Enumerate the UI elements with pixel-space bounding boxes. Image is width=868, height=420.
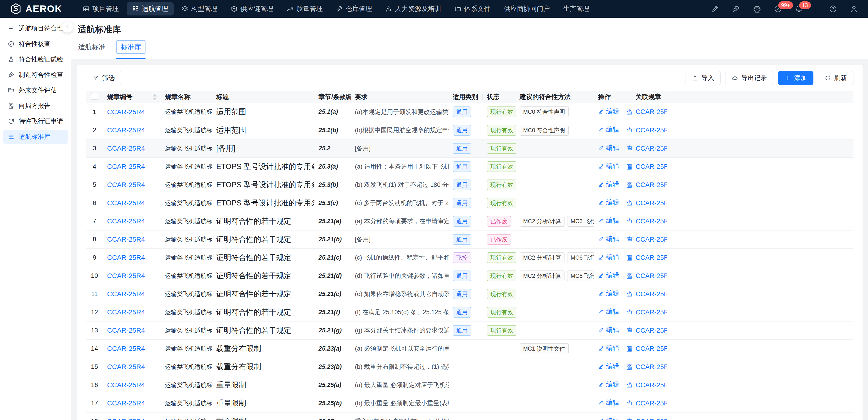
edit-link[interactable]: 编辑 — [598, 416, 619, 420]
related-regulation-link[interactable]: CCAR-25R4 — [636, 163, 667, 170]
view-link[interactable]: 查看 — [626, 399, 631, 408]
related-regulation-link[interactable]: CCAR-25R4 — [636, 290, 667, 298]
sidebar-item-4[interactable]: 外来文件评估 — [3, 83, 68, 97]
view-link[interactable]: 查看 — [626, 163, 631, 172]
help-icon[interactable] — [829, 5, 837, 13]
sort-icons[interactable] — [153, 94, 157, 100]
edit-link[interactable]: 编辑 — [598, 125, 619, 134]
edit-link[interactable]: 编辑 — [598, 307, 619, 316]
nav-item-5[interactable]: 仓库管理 — [331, 2, 378, 16]
nav-item-3[interactable]: 供应链管理 — [225, 2, 279, 16]
view-link[interactable]: 查看 — [626, 417, 631, 420]
regulation-number-link[interactable]: CCAR-25R4 — [107, 108, 145, 116]
view-link[interactable]: 查看 — [626, 180, 631, 190]
edit-link[interactable]: 编辑 — [598, 289, 619, 298]
regulation-number-link[interactable]: CCAR-25R4 — [107, 399, 145, 407]
edit-link[interactable]: 编辑 — [598, 107, 619, 116]
view-link[interactable]: 查看 — [626, 326, 631, 335]
view-link[interactable]: 查看 — [626, 217, 631, 226]
tab-standard-library[interactable]: 标准库 — [116, 40, 146, 54]
view-link[interactable]: 查看 — [626, 381, 631, 390]
nav-item-7[interactable]: 体系文件 — [449, 2, 496, 16]
view-link[interactable]: 查看 — [626, 272, 631, 281]
edit-link[interactable]: 编辑 — [598, 198, 619, 207]
nav-item-6[interactable]: 人力资源及培训 — [380, 2, 447, 16]
regulation-number-link[interactable]: CCAR-25R4 — [107, 381, 145, 389]
sidebar-item-1[interactable]: 符合性核查 — [3, 37, 68, 51]
related-regulation-link[interactable]: CCAR-25R4 — [636, 254, 667, 261]
refresh-button[interactable]: 刷新 — [818, 71, 854, 85]
edit-link[interactable]: 编辑 — [598, 398, 619, 407]
view-link[interactable]: 查看 — [626, 344, 631, 354]
marker-pen-icon[interactable] — [711, 5, 719, 13]
related-regulation-link[interactable]: CCAR-25R4 — [636, 181, 667, 188]
sidebar-item-3[interactable]: 制造符合性检查 — [3, 68, 68, 82]
sidebar-collapse-button[interactable] — [61, 21, 73, 33]
regulation-number-link[interactable]: CCAR-25R4 — [107, 254, 145, 261]
related-regulation-link[interactable]: CCAR-25R4 — [636, 345, 667, 352]
regulation-number-link[interactable]: CCAR-25R4 — [107, 308, 145, 316]
sidebar-item-2[interactable]: 符合性验证试验 — [3, 52, 68, 66]
view-link[interactable]: 查看 — [626, 290, 631, 299]
related-regulation-link[interactable]: CCAR-25R4 — [636, 236, 667, 243]
sidebar-item-5[interactable]: 向局方报告 — [3, 99, 68, 113]
sidebar-item-6[interactable]: 特许飞行证申请 — [3, 114, 68, 128]
edit-link[interactable]: 编辑 — [598, 216, 619, 225]
view-link[interactable]: 查看 — [626, 199, 631, 208]
settings-gear-icon[interactable] — [753, 5, 761, 13]
related-regulation-link[interactable]: CCAR-25R4 — [636, 218, 667, 225]
sidebar-item-0[interactable]: 适航项目符合性矩阵 — [3, 21, 68, 35]
edit-link[interactable]: 编辑 — [598, 162, 619, 171]
export-button[interactable]: 导出记录 — [725, 71, 773, 85]
related-regulation-link[interactable]: CCAR-25R4 — [636, 127, 667, 134]
regulation-number-link[interactable]: CCAR-25R4 — [107, 363, 145, 370]
tab-airworthiness-standard[interactable]: 适航标准 — [78, 41, 106, 53]
related-regulation-link[interactable]: CCAR-25R4 — [636, 309, 667, 316]
edit-link[interactable]: 编辑 — [598, 143, 619, 152]
regulation-number-link[interactable]: CCAR-25R4 — [107, 327, 145, 334]
regulation-number-link[interactable]: CCAR-25R4 — [107, 163, 145, 170]
regulation-number-link[interactable]: CCAR-25R4 — [107, 181, 145, 188]
regulation-number-link[interactable]: CCAR-25R4 — [107, 272, 145, 279]
import-button[interactable]: 导入 — [685, 71, 721, 85]
regulation-number-link[interactable]: CCAR-25R4 — [107, 126, 145, 134]
regulation-number-link[interactable]: CCAR-25R4 — [107, 290, 145, 298]
regulation-number-link[interactable]: CCAR-25R4 — [107, 345, 145, 352]
view-link[interactable]: 查看 — [626, 108, 631, 117]
edit-link[interactable]: 编辑 — [598, 343, 619, 353]
related-regulation-link[interactable]: CCAR-25R4 — [636, 145, 667, 152]
nav-item-1[interactable]: 适航管理 — [127, 2, 174, 16]
regulation-number-link[interactable]: CCAR-25R4 — [107, 144, 145, 152]
related-regulation-link[interactable]: CCAR-25R4 — [636, 327, 667, 334]
edit-link[interactable]: 编辑 — [598, 380, 619, 389]
edit-link[interactable]: 编辑 — [598, 253, 619, 262]
related-regulation-link[interactable]: CCAR-25R4 — [636, 108, 667, 115]
view-link[interactable]: 查看 — [626, 253, 631, 262]
related-regulation-link[interactable]: CCAR-25R4 — [636, 399, 667, 407]
view-link[interactable]: 查看 — [626, 363, 631, 372]
notifications-button[interactable]: 13 — [795, 5, 803, 13]
regulation-number-link[interactable]: CCAR-25R4 — [107, 418, 145, 420]
view-link[interactable]: 查看 — [626, 126, 631, 135]
related-regulation-link[interactable]: CCAR-25R4 — [636, 363, 667, 370]
view-link[interactable]: 查看 — [626, 235, 631, 244]
regulation-number-link[interactable]: CCAR-25R4 — [107, 217, 145, 225]
related-regulation-link[interactable]: CCAR-25R4 — [636, 381, 667, 389]
edit-link[interactable]: 编辑 — [598, 271, 619, 280]
view-link[interactable]: 查看 — [626, 308, 631, 317]
edit-link[interactable]: 编辑 — [598, 234, 619, 244]
filter-button[interactable]: 筛选 — [86, 71, 121, 85]
nav-item-2[interactable]: 构型管理 — [176, 2, 223, 16]
regulation-number-link[interactable]: CCAR-25R4 — [107, 235, 145, 243]
regulation-number-link[interactable]: CCAR-25R4 — [107, 199, 145, 206]
nav-item-4[interactable]: 质量管理 — [281, 2, 328, 16]
sidebar-item-7[interactable]: 适航标准库 — [3, 130, 68, 144]
nav-item-9[interactable]: 生产管理 — [558, 2, 595, 16]
edit-link[interactable]: 编辑 — [598, 362, 619, 371]
todo-button[interactable]: 99+ — [774, 5, 782, 13]
edit-link[interactable]: 编辑 — [598, 325, 619, 334]
plugin-icon[interactable] — [732, 5, 740, 13]
related-regulation-link[interactable]: CCAR-25R4 — [636, 199, 667, 206]
add-button[interactable]: 添加 — [778, 71, 813, 85]
view-link[interactable]: 查看 — [626, 144, 631, 153]
